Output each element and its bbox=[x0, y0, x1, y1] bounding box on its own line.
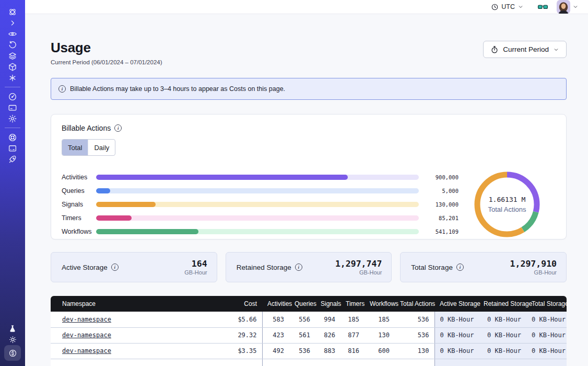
billable-actions-title: Billable Actions bbox=[62, 124, 111, 132]
retained-storage-card: Retained Storage i1,297,747GB-Hour bbox=[226, 252, 392, 282]
col-header-cost: Cost bbox=[207, 296, 262, 312]
bar-row-activities: Activities900,000 bbox=[62, 173, 458, 181]
cell-namespace[interactable]: dev-namespace bbox=[51, 312, 207, 327]
stat-value: 1,297,747 bbox=[335, 259, 382, 269]
cell-workflows: 185 bbox=[364, 312, 395, 327]
info-icon: i bbox=[58, 85, 66, 93]
eye-icon[interactable] bbox=[5, 28, 20, 39]
tab-total[interactable]: Total bbox=[62, 140, 88, 155]
cell-empty bbox=[262, 359, 289, 366]
chevron-down-icon bbox=[572, 4, 579, 10]
dollar-coin-icon[interactable] bbox=[4, 345, 21, 361]
namespace-link[interactable]: dev-namespace bbox=[62, 347, 111, 354]
cell-empty bbox=[364, 359, 395, 366]
cell-signals: 994 bbox=[315, 312, 340, 327]
chevron-down-icon bbox=[553, 47, 559, 53]
temporal-logo-icon[interactable] bbox=[5, 6, 20, 17]
flask-icon[interactable] bbox=[5, 323, 20, 334]
namespace-link[interactable]: dev-namespace bbox=[62, 316, 111, 323]
cell-retained-storage: 0 KB-Hour bbox=[478, 343, 526, 359]
col-header-retained-storage: Retained Storage bbox=[478, 296, 526, 312]
cube-icon[interactable] bbox=[5, 61, 20, 72]
expand-chevron-icon[interactable] bbox=[5, 17, 20, 28]
storage-cards-row: Active Storage i164GB-HourRetained Stora… bbox=[51, 252, 567, 282]
namespace-link[interactable]: dev-namespace bbox=[62, 331, 111, 339]
stat-unit: GB-Hour bbox=[184, 269, 207, 276]
cell-activities: 583 bbox=[262, 312, 289, 327]
tab-daily[interactable]: Daily bbox=[88, 140, 115, 155]
col-header-active-storage: Active Storage bbox=[434, 296, 478, 312]
gear-icon[interactable] bbox=[5, 113, 20, 124]
sun-icon[interactable] bbox=[5, 334, 20, 345]
total-actions-donut: 1.66131 M Total Actions bbox=[458, 168, 556, 241]
cell-queries: 536 bbox=[289, 343, 315, 359]
bar-track bbox=[96, 215, 419, 221]
info-icon[interactable]: i bbox=[111, 264, 119, 271]
timezone-selector[interactable]: UTC bbox=[491, 3, 524, 11]
layers-icon[interactable] bbox=[5, 50, 20, 61]
cell-timers: 816 bbox=[340, 343, 364, 359]
period-dropdown-button[interactable]: Current Period bbox=[483, 41, 567, 58]
cell-activities: 492 bbox=[262, 343, 289, 359]
bar-track bbox=[96, 202, 419, 207]
stat-value: 1,297,910 bbox=[510, 259, 557, 269]
cell-empty bbox=[526, 359, 567, 366]
col-header-queries: Queries bbox=[289, 296, 315, 312]
history-icon[interactable] bbox=[5, 39, 20, 50]
lifebuoy-icon[interactable] bbox=[5, 132, 20, 143]
account-menu[interactable] bbox=[557, 0, 579, 14]
cell-total-storage: 0 KB-Hour bbox=[526, 343, 567, 359]
bar-track bbox=[96, 188, 419, 193]
info-icon[interactable]: i bbox=[456, 264, 464, 271]
rocket-icon[interactable] bbox=[5, 154, 20, 165]
bar-row-signals: Signals130,000 bbox=[62, 200, 458, 209]
info-banner-text: Billable Actions may take up to 3–4 hour… bbox=[70, 85, 285, 93]
bar-row-queries: Queries5,000 bbox=[62, 187, 458, 195]
asterisk-icon[interactable] bbox=[5, 72, 20, 83]
stat-label: Retained Storage i bbox=[237, 264, 302, 271]
period-dropdown-label: Current Period bbox=[503, 45, 549, 53]
cell-empty bbox=[395, 359, 434, 366]
col-header-total-actions: Total Actions bbox=[395, 296, 434, 312]
chevron-down-icon bbox=[518, 4, 524, 10]
page-title: Usage bbox=[51, 40, 162, 56]
table-row: dev-namespace$3.354925368838166001300 KB… bbox=[51, 343, 567, 359]
cell-cost: 29.32 bbox=[207, 327, 262, 343]
info-icon[interactable]: i bbox=[114, 124, 122, 132]
cell-signals: 883 bbox=[315, 343, 340, 359]
col-header-total-storage: Total Storage bbox=[526, 296, 567, 312]
glasses-icon[interactable] bbox=[537, 2, 548, 13]
bar-label: Queries bbox=[62, 187, 96, 195]
cell-timers: 185 bbox=[340, 312, 364, 327]
col-header-namespace: Namespace bbox=[51, 296, 207, 312]
cell-namespace[interactable]: dev-namespace bbox=[51, 327, 207, 343]
bar-value: 541,109 bbox=[426, 228, 458, 235]
page-title-block: Usage Current Period (06/01/2024 – 07/01… bbox=[51, 40, 162, 65]
cell-retained-storage: 0 KB-Hour bbox=[478, 312, 526, 327]
bar-label: Activities bbox=[62, 174, 96, 181]
terminal-icon[interactable] bbox=[5, 143, 20, 154]
current-period-subtitle: Current Period (06/01/2024 – 07/01/2024) bbox=[51, 59, 162, 65]
bar-label: Workflows bbox=[62, 228, 96, 235]
total-storage-card: Total Storage i1,297,910GB-Hour bbox=[400, 252, 567, 282]
cell-empty bbox=[207, 359, 262, 366]
donut-center-value: 1.66131 M bbox=[488, 196, 526, 203]
cell-total-actions: 130 bbox=[395, 343, 434, 359]
clock-icon bbox=[491, 3, 499, 11]
billable-actions-card: Billable Actions i TotalDaily Activities… bbox=[51, 114, 567, 239]
table-row: dev-namespace$5.665835569941851855360 KB… bbox=[51, 312, 567, 327]
credit-card-icon[interactable] bbox=[5, 102, 20, 113]
sidebar-divider bbox=[5, 87, 20, 87]
cell-signals: 826 bbox=[315, 327, 340, 343]
cell-namespace[interactable]: dev-namespace bbox=[51, 343, 207, 359]
avatar[interactable] bbox=[557, 0, 570, 14]
cell-total-storage: 0 KB-Hour bbox=[526, 312, 567, 327]
info-icon[interactable]: i bbox=[295, 264, 302, 271]
stat-label: Active Storage i bbox=[62, 264, 119, 271]
cell-cost: $3.35 bbox=[207, 343, 262, 359]
table-row-partial bbox=[51, 359, 567, 366]
sidebar bbox=[0, 0, 25, 366]
active-storage-card: Active Storage i164GB-Hour bbox=[51, 252, 217, 282]
gauge-icon[interactable] bbox=[5, 91, 20, 102]
main-area: UTC Usage Current Period (06/01/2024 – 0… bbox=[25, 0, 588, 366]
